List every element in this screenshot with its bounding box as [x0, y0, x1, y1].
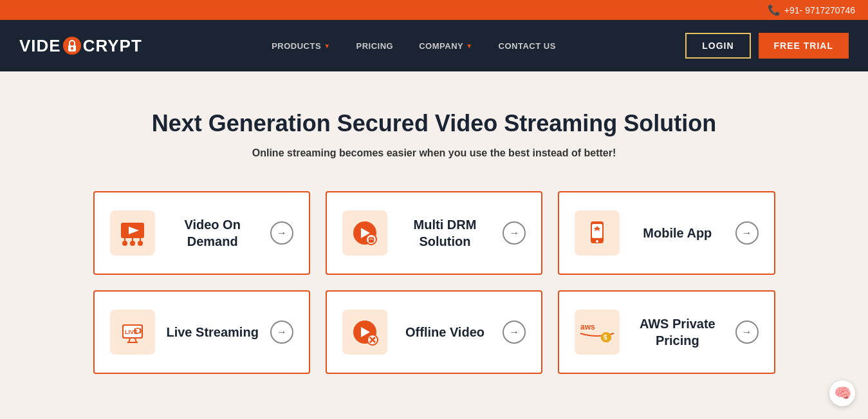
svg-text:aws: aws	[580, 322, 595, 331]
phone-icon: 📞	[768, 4, 780, 16]
card-live-title: Live Streaming	[165, 324, 260, 340]
offline-icon	[342, 310, 387, 355]
card-live[interactable]: LIVE Live Streaming →	[93, 290, 310, 374]
card-mobile-title: Mobile App	[630, 225, 725, 241]
card-vod[interactable]: Video On Demand →	[93, 191, 310, 275]
card-aws-title: AWS Private Pricing	[630, 315, 725, 349]
chevron-down-icon: ▼	[324, 42, 330, 50]
top-bar: 📞 +91- 9717270746	[0, 0, 868, 20]
card-offline[interactable]: Offline Video →	[326, 290, 542, 374]
aws-arrow-icon: →	[735, 321, 759, 344]
card-vod-title: Video On Demand	[165, 216, 260, 250]
aws-icon: aws $	[575, 310, 620, 355]
hero-section: Next Generation Secured Video Streaming …	[0, 71, 868, 419]
nav-buttons: LOGIN FREE TRIAL	[685, 33, 849, 59]
card-drm[interactable]: Multi DRM Solution →	[326, 191, 542, 275]
vod-icon	[110, 210, 155, 256]
nav-pricing[interactable]: PRICING	[346, 35, 404, 57]
vod-arrow-icon: →	[270, 221, 293, 245]
chevron-down-icon: ▼	[466, 42, 472, 50]
live-arrow-icon: →	[270, 321, 293, 344]
hero-subtitle: Online streaming becomes easier when you…	[26, 147, 842, 159]
mobile-arrow-icon: →	[735, 221, 759, 245]
hero-title: Next Generation Secured Video Streaming …	[26, 110, 842, 137]
nav-links: PRODUCTS ▼ PRICING COMPANY ▼ CONTACT US	[261, 35, 566, 57]
cards-grid: Video On Demand → Multi DRM Solution →	[80, 191, 788, 413]
card-mobile[interactable]: Mobile App →	[558, 191, 775, 275]
free-trial-button[interactable]: FREE TRIAL	[759, 33, 849, 59]
login-button[interactable]: LOGIN	[685, 33, 750, 59]
svg-rect-15	[369, 239, 374, 243]
nav-company[interactable]: COMPANY ▼	[409, 35, 483, 57]
logo[interactable]: VIDE CRYPT	[19, 36, 142, 56]
nav-contact[interactable]: CONTACT US	[488, 35, 566, 57]
svg-point-8	[138, 241, 143, 246]
offline-arrow-icon: →	[503, 321, 526, 344]
logo-suffix: CRYPT	[83, 36, 142, 56]
logo-prefix: VIDE	[19, 36, 61, 56]
chat-brain-icon[interactable]: 🧠	[829, 380, 855, 406]
mobile-icon	[575, 210, 620, 256]
live-icon: LIVE	[110, 310, 155, 355]
svg-point-18	[596, 240, 598, 243]
card-drm-title: Multi DRM Solution	[398, 216, 492, 250]
svg-point-7	[130, 241, 135, 246]
svg-point-6	[122, 241, 127, 246]
card-aws[interactable]: aws $ AWS Private Pricing →	[558, 290, 775, 374]
navbar: VIDE CRYPT PRODUCTS ▼ PRICING COMPANY ▼ …	[0, 20, 868, 71]
drm-arrow-icon: →	[503, 221, 526, 245]
logo-lock-icon	[63, 37, 81, 55]
phone-number: +91- 9717270746	[784, 5, 855, 15]
drm-icon	[342, 210, 387, 256]
nav-products[interactable]: PRODUCTS ▼	[261, 35, 340, 57]
card-offline-title: Offline Video	[398, 324, 492, 340]
